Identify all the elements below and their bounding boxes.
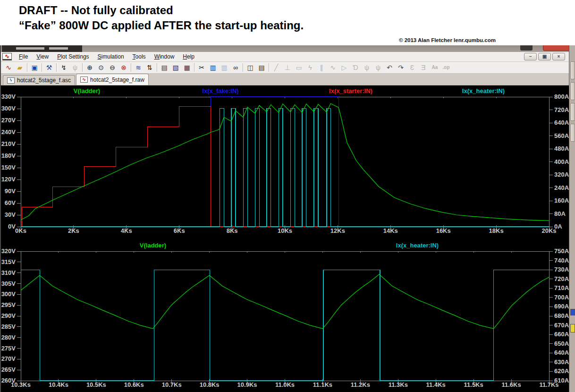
toolbar-separator (42, 63, 42, 72)
tile-windows-icon[interactable]: ▦ (181, 63, 193, 73)
new-schematic-icon[interactable]: ∿ (3, 63, 14, 73)
zoom-full-extents-icon[interactable]: ⊗ (118, 63, 129, 73)
y-left-tick-label: 30V (5, 211, 16, 218)
minimize-button[interactable]: – (524, 53, 537, 60)
autorange-y-axis-icon[interactable]: ≋ (133, 63, 144, 73)
app-waveform-icon: ∿ (2, 53, 12, 60)
add-plot-pane-icon[interactable]: ▤ (159, 63, 170, 73)
background-window-button[interactable] (570, 82, 575, 100)
print-icon[interactable]: ▤ (256, 63, 267, 73)
titlebar-fragment (520, 45, 533, 51)
y-right-tick-label: 160A (554, 197, 569, 204)
redo-icon[interactable]: ↷ (395, 63, 406, 73)
y-right-tick-label: 650A (554, 340, 569, 347)
save-icon[interactable]: ▣ (29, 63, 40, 73)
zoom-in-icon[interactable]: ⊕ (84, 63, 95, 73)
trace-label-Ix(x_heater:IN)[interactable]: Ix(x_heater:IN) (462, 87, 505, 94)
zoom-pan-icon[interactable]: ⊙ (95, 63, 107, 73)
trace-label-Ix(x_heater:IN)[interactable]: Ix(x_heater:IN) (396, 242, 439, 249)
x-tick-label: 4Ks (121, 227, 132, 234)
x-tick-label: 18Ks (489, 227, 504, 234)
tab-hotcat2_5stage_f.raw[interactable]: ∿hotcat2_5stage_f.raw (76, 74, 149, 85)
plot-canvas[interactable]: 330V300V270V240V210V180V150V120V90V60V30… (1, 85, 570, 392)
close-button[interactable]: × (552, 53, 565, 60)
manual-axis-limits-icon[interactable]: ⇅ (144, 63, 155, 73)
paste-icon: ▥ (219, 63, 230, 73)
x-tick-label: 2Ks (68, 227, 79, 234)
x-tick-label: 12Ks (330, 227, 345, 234)
print-preview-icon[interactable]: ◫ (245, 63, 256, 73)
toolbar-separator (269, 63, 269, 72)
y-right-tick-label: 710A (554, 284, 569, 291)
y-left-tick-label: 300V (1, 290, 16, 298)
waveform-icon: ∿ (80, 77, 88, 83)
copy-icon[interactable]: ▥ (207, 63, 219, 73)
schematic-icon: ϟ (7, 77, 15, 84)
y-left-tick-label: 240V (1, 128, 16, 136)
tab-label: hotcat2_5stage_f.asc (17, 77, 71, 84)
trace-label-V(ladder)[interactable]: V(ladder) (74, 87, 100, 94)
menu-help[interactable]: Help (178, 52, 199, 61)
y-left-tick-label: 310V (1, 269, 16, 276)
background-icon-yellow (570, 324, 575, 332)
titlebar-fragment (2, 45, 82, 52)
x-tick-label: 6Ks (174, 227, 185, 234)
x-tick-label: 11.7Ks (539, 381, 558, 388)
background-window-button[interactable] (570, 61, 575, 79)
menu-plot-settings[interactable]: Plot Settings (53, 52, 93, 61)
menu-view[interactable]: View (32, 52, 53, 61)
menu-simulation[interactable]: Simulation (93, 52, 128, 61)
background-window-button[interactable] (570, 124, 575, 142)
y-right-tick-label: 640A (554, 119, 569, 126)
cut-icon[interactable]: ✂ (196, 63, 207, 73)
y-right-tick-label: 720A (554, 106, 569, 113)
y-right-tick-label: 640A (554, 349, 569, 356)
trace-label-Ix(x_starter:IN)[interactable]: Ix(x_starter:IN) (329, 87, 372, 94)
y-left-tick-label: 90V (5, 187, 16, 195)
titlebar-fragment (16, 47, 44, 50)
control-panel-icon[interactable]: ⚒ (43, 63, 55, 73)
y-left-tick-label: 60V (5, 199, 16, 206)
mirror-icon: Ɛ (406, 63, 418, 73)
tab-hotcat2_5stage_f.asc[interactable]: ϟhotcat2_5stage_f.asc (3, 75, 75, 85)
y-left-tick-label: 150V (1, 164, 16, 171)
x-tick-label: 8Ks (227, 227, 238, 234)
x-tick-label: 11.0Ks (275, 381, 295, 388)
y-right-tick-label: 630A (554, 358, 569, 366)
y-right-tick-label: 620A (554, 367, 569, 375)
y-right-tick-label: 560A (554, 132, 569, 139)
find-icon[interactable]: ∞ (230, 63, 241, 73)
menu-tools[interactable]: Tools (128, 52, 150, 61)
toolbar-separator (194, 63, 194, 72)
x-tick-label: 10.3Ks (11, 381, 31, 388)
background-window-button[interactable] (570, 103, 575, 121)
zoom-out-icon[interactable]: ⊖ (107, 63, 118, 73)
net-label-icon: ▭ (293, 63, 304, 73)
x-tick-label: 11.4Ks (426, 381, 446, 388)
ltspice-window: ∿ FileViewPlot SettingsSimulationToolsWi… (0, 45, 569, 392)
resistor-icon: ϟ (304, 63, 316, 73)
x-tick-label: 10Ks (278, 227, 292, 234)
y-right-tick-label: 240A (554, 184, 569, 191)
undo-icon[interactable]: ↶ (384, 63, 395, 73)
y-left-tick-label: 280V (1, 334, 16, 341)
trace-label-V(ladder)[interactable]: V(ladder) (140, 242, 166, 249)
y-right-tick-label: 480A (554, 145, 569, 152)
trace-label-Ix(x_fake:IN)[interactable]: Ix(x_fake:IN) (202, 87, 238, 94)
x-tick-label: 11.5Ks (464, 381, 483, 388)
y-left-tick-label: 330V (1, 93, 16, 100)
waveform-viewer[interactable]: 330V300V270V240V210V180V150V120V90V60V30… (1, 85, 570, 392)
cascade-windows-icon[interactable]: ▧ (170, 63, 181, 73)
menu-window[interactable]: Window (150, 52, 179, 61)
y-left-tick-label: 180V (1, 152, 16, 159)
y-left-tick-label: 295V (1, 301, 16, 308)
open-file-icon[interactable]: ▰ (14, 63, 25, 73)
titlebar-sliver[interactable] (1, 45, 569, 52)
screenshot-root: DRAFT -- Not fully calibrated “Fake” 800… (0, 0, 575, 392)
menu-file[interactable]: File (15, 52, 32, 61)
y-left-tick-label: 210V (1, 140, 16, 147)
app-close-button[interactable] (543, 45, 570, 51)
restore-button[interactable]: ▣ (538, 53, 551, 60)
run-icon[interactable]: ↯ (58, 63, 69, 73)
x-tick-label: 11.3Ks (389, 381, 408, 388)
